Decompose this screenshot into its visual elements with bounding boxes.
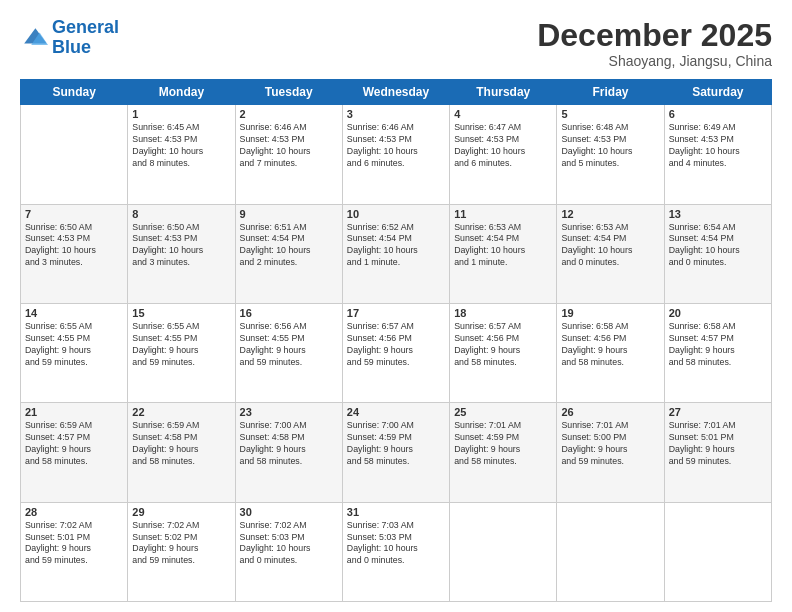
month-title: December 2025 — [537, 18, 772, 53]
calendar-cell: 8Sunrise: 6:50 AM Sunset: 4:53 PM Daylig… — [128, 204, 235, 303]
day-number: 2 — [240, 108, 338, 120]
calendar-cell: 5Sunrise: 6:48 AM Sunset: 4:53 PM Daylig… — [557, 105, 664, 204]
day-number: 17 — [347, 307, 445, 319]
calendar-cell: 15Sunrise: 6:55 AM Sunset: 4:55 PM Dayli… — [128, 303, 235, 402]
calendar-cell: 2Sunrise: 6:46 AM Sunset: 4:53 PM Daylig… — [235, 105, 342, 204]
weekday-header-wednesday: Wednesday — [342, 80, 449, 105]
weekday-header-monday: Monday — [128, 80, 235, 105]
weekday-header-tuesday: Tuesday — [235, 80, 342, 105]
day-info: Sunrise: 7:01 AM Sunset: 5:00 PM Dayligh… — [561, 420, 659, 468]
calendar-week-4: 21Sunrise: 6:59 AM Sunset: 4:57 PM Dayli… — [21, 403, 772, 502]
day-info: Sunrise: 7:02 AM Sunset: 5:02 PM Dayligh… — [132, 520, 230, 568]
calendar-cell: 28Sunrise: 7:02 AM Sunset: 5:01 PM Dayli… — [21, 502, 128, 601]
title-block: December 2025 Shaoyang, Jiangsu, China — [537, 18, 772, 69]
calendar-cell: 1Sunrise: 6:45 AM Sunset: 4:53 PM Daylig… — [128, 105, 235, 204]
day-info: Sunrise: 6:50 AM Sunset: 4:53 PM Dayligh… — [132, 222, 230, 270]
day-number: 12 — [561, 208, 659, 220]
day-info: Sunrise: 7:01 AM Sunset: 5:01 PM Dayligh… — [669, 420, 767, 468]
logo-text: General Blue — [52, 18, 119, 58]
calendar-cell: 17Sunrise: 6:57 AM Sunset: 4:56 PM Dayli… — [342, 303, 449, 402]
day-number: 26 — [561, 406, 659, 418]
day-info: Sunrise: 7:02 AM Sunset: 5:01 PM Dayligh… — [25, 520, 123, 568]
day-number: 3 — [347, 108, 445, 120]
day-number: 27 — [669, 406, 767, 418]
day-info: Sunrise: 6:57 AM Sunset: 4:56 PM Dayligh… — [347, 321, 445, 369]
calendar-cell — [664, 502, 771, 601]
calendar-cell: 24Sunrise: 7:00 AM Sunset: 4:59 PM Dayli… — [342, 403, 449, 502]
day-info: Sunrise: 6:53 AM Sunset: 4:54 PM Dayligh… — [561, 222, 659, 270]
day-number: 7 — [25, 208, 123, 220]
day-number: 28 — [25, 506, 123, 518]
calendar-cell: 12Sunrise: 6:53 AM Sunset: 4:54 PM Dayli… — [557, 204, 664, 303]
calendar-week-2: 7Sunrise: 6:50 AM Sunset: 4:53 PM Daylig… — [21, 204, 772, 303]
day-info: Sunrise: 6:59 AM Sunset: 4:57 PM Dayligh… — [25, 420, 123, 468]
calendar-cell: 14Sunrise: 6:55 AM Sunset: 4:55 PM Dayli… — [21, 303, 128, 402]
calendar-cell: 4Sunrise: 6:47 AM Sunset: 4:53 PM Daylig… — [450, 105, 557, 204]
calendar-cell: 22Sunrise: 6:59 AM Sunset: 4:58 PM Dayli… — [128, 403, 235, 502]
day-number: 30 — [240, 506, 338, 518]
day-info: Sunrise: 6:53 AM Sunset: 4:54 PM Dayligh… — [454, 222, 552, 270]
weekday-header-friday: Friday — [557, 80, 664, 105]
day-info: Sunrise: 6:54 AM Sunset: 4:54 PM Dayligh… — [669, 222, 767, 270]
day-number: 10 — [347, 208, 445, 220]
day-number: 18 — [454, 307, 552, 319]
day-number: 24 — [347, 406, 445, 418]
logo-line2: Blue — [52, 37, 91, 57]
day-number: 22 — [132, 406, 230, 418]
day-info: Sunrise: 6:57 AM Sunset: 4:56 PM Dayligh… — [454, 321, 552, 369]
calendar-cell: 19Sunrise: 6:58 AM Sunset: 4:56 PM Dayli… — [557, 303, 664, 402]
day-info: Sunrise: 7:03 AM Sunset: 5:03 PM Dayligh… — [347, 520, 445, 568]
day-number: 25 — [454, 406, 552, 418]
calendar-cell: 9Sunrise: 6:51 AM Sunset: 4:54 PM Daylig… — [235, 204, 342, 303]
day-number: 11 — [454, 208, 552, 220]
day-number: 6 — [669, 108, 767, 120]
day-info: Sunrise: 6:55 AM Sunset: 4:55 PM Dayligh… — [132, 321, 230, 369]
calendar-table: SundayMondayTuesdayWednesdayThursdayFrid… — [20, 79, 772, 602]
day-info: Sunrise: 7:00 AM Sunset: 4:58 PM Dayligh… — [240, 420, 338, 468]
weekday-header-row: SundayMondayTuesdayWednesdayThursdayFrid… — [21, 80, 772, 105]
calendar-cell: 18Sunrise: 6:57 AM Sunset: 4:56 PM Dayli… — [450, 303, 557, 402]
calendar-body: 1Sunrise: 6:45 AM Sunset: 4:53 PM Daylig… — [21, 105, 772, 602]
calendar-cell: 27Sunrise: 7:01 AM Sunset: 5:01 PM Dayli… — [664, 403, 771, 502]
location: Shaoyang, Jiangsu, China — [537, 53, 772, 69]
calendar-cell: 30Sunrise: 7:02 AM Sunset: 5:03 PM Dayli… — [235, 502, 342, 601]
calendar-cell: 21Sunrise: 6:59 AM Sunset: 4:57 PM Dayli… — [21, 403, 128, 502]
calendar-cell: 29Sunrise: 7:02 AM Sunset: 5:02 PM Dayli… — [128, 502, 235, 601]
day-number: 21 — [25, 406, 123, 418]
day-number: 1 — [132, 108, 230, 120]
calendar-cell: 25Sunrise: 7:01 AM Sunset: 4:59 PM Dayli… — [450, 403, 557, 502]
calendar-cell: 3Sunrise: 6:46 AM Sunset: 4:53 PM Daylig… — [342, 105, 449, 204]
day-info: Sunrise: 6:59 AM Sunset: 4:58 PM Dayligh… — [132, 420, 230, 468]
calendar-cell — [21, 105, 128, 204]
day-number: 13 — [669, 208, 767, 220]
day-number: 23 — [240, 406, 338, 418]
day-info: Sunrise: 6:45 AM Sunset: 4:53 PM Dayligh… — [132, 122, 230, 170]
calendar-cell: 11Sunrise: 6:53 AM Sunset: 4:54 PM Dayli… — [450, 204, 557, 303]
day-info: Sunrise: 6:48 AM Sunset: 4:53 PM Dayligh… — [561, 122, 659, 170]
day-info: Sunrise: 7:00 AM Sunset: 4:59 PM Dayligh… — [347, 420, 445, 468]
calendar-cell: 13Sunrise: 6:54 AM Sunset: 4:54 PM Dayli… — [664, 204, 771, 303]
day-number: 9 — [240, 208, 338, 220]
day-number: 4 — [454, 108, 552, 120]
day-info: Sunrise: 6:46 AM Sunset: 4:53 PM Dayligh… — [347, 122, 445, 170]
day-info: Sunrise: 6:52 AM Sunset: 4:54 PM Dayligh… — [347, 222, 445, 270]
weekday-header-thursday: Thursday — [450, 80, 557, 105]
day-info: Sunrise: 6:55 AM Sunset: 4:55 PM Dayligh… — [25, 321, 123, 369]
logo: General Blue — [20, 18, 119, 58]
calendar-cell: 26Sunrise: 7:01 AM Sunset: 5:00 PM Dayli… — [557, 403, 664, 502]
day-number: 19 — [561, 307, 659, 319]
day-number: 16 — [240, 307, 338, 319]
header: General Blue December 2025 Shaoyang, Jia… — [20, 18, 772, 69]
day-number: 14 — [25, 307, 123, 319]
calendar-week-1: 1Sunrise: 6:45 AM Sunset: 4:53 PM Daylig… — [21, 105, 772, 204]
calendar-cell: 16Sunrise: 6:56 AM Sunset: 4:55 PM Dayli… — [235, 303, 342, 402]
day-info: Sunrise: 6:49 AM Sunset: 4:53 PM Dayligh… — [669, 122, 767, 170]
day-info: Sunrise: 7:02 AM Sunset: 5:03 PM Dayligh… — [240, 520, 338, 568]
day-info: Sunrise: 7:01 AM Sunset: 4:59 PM Dayligh… — [454, 420, 552, 468]
day-info: Sunrise: 6:47 AM Sunset: 4:53 PM Dayligh… — [454, 122, 552, 170]
day-number: 29 — [132, 506, 230, 518]
day-info: Sunrise: 6:58 AM Sunset: 4:56 PM Dayligh… — [561, 321, 659, 369]
calendar-week-5: 28Sunrise: 7:02 AM Sunset: 5:01 PM Dayli… — [21, 502, 772, 601]
calendar-cell: 31Sunrise: 7:03 AM Sunset: 5:03 PM Dayli… — [342, 502, 449, 601]
logo-line1: General — [52, 17, 119, 37]
